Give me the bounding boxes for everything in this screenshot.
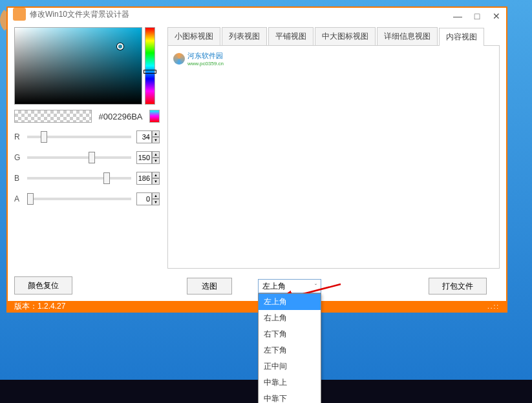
color-panel: #002296BA R ▲▼ G ▲▼ [14,27,160,294]
preview-watermark: 河东软件园 www.pc0359.cn [173,51,494,67]
dropdown-option-0[interactable]: 左上角 [259,294,321,310]
position-dropdown[interactable]: 左上角 ˇ [258,279,321,293]
app-icon [13,8,26,21]
a-spin-down[interactable]: ▼ [152,199,160,205]
g-spin-down[interactable]: ▼ [152,158,160,164]
hex-value: #002296BA [94,112,147,121]
tab-5[interactable]: 内容视图 [439,28,484,46]
resize-grip-icon[interactable]: ..:: [487,303,500,310]
a-spin-up[interactable]: ▲ [152,192,160,199]
tab-3[interactable]: 中大图标视图 [315,27,376,45]
a-label: A [14,194,22,203]
dropdown-option-3[interactable]: 左下角 [259,342,321,358]
g-input[interactable] [136,151,152,164]
hue-cursor [144,70,156,74]
b-input[interactable] [136,172,152,185]
r-input[interactable] [136,130,152,143]
version-label: 版本：1.2.4.27 [14,301,65,312]
r-spin-down[interactable]: ▼ [152,137,160,143]
minimize-button[interactable]: — [448,8,467,25]
hue-slider[interactable] [145,27,155,105]
dropdown-option-2[interactable]: 右下角 [259,326,321,342]
preview-area: 河东软件园 www.pc0359.cn [167,46,500,269]
a-input[interactable] [136,192,152,205]
dropdown-option-5[interactable]: 中靠上 [259,375,321,391]
b-label: B [14,174,22,183]
r-label: R [14,132,22,141]
dropdown-option-1[interactable]: 右上角 [259,310,321,326]
tab-4[interactable]: 详细信息视图 [377,27,438,45]
b-spin-up[interactable]: ▲ [152,172,160,178]
maximize-button[interactable]: □ [467,8,487,25]
preview-panel: 小图标视图列表视图平铺视图中大图标视图详细信息视图内容视图 河东软件园 www.… [167,27,500,294]
dropdown-option-6[interactable]: 中靠下 [259,391,321,403]
titlebar[interactable]: 修改Win10文件夹背景设计器 — □ ✕ [8,8,506,21]
b-spin-down[interactable]: ▼ [152,178,160,185]
g-spin-up[interactable]: ▲ [152,151,160,158]
g-label: G [14,153,22,162]
chevron-down-icon: ˇ [315,283,317,289]
color-reset-button[interactable]: 颜色复位 [14,276,72,294]
close-button[interactable]: ✕ [487,8,506,25]
sl-cursor [117,43,123,50]
app-window: 修改Win10文件夹背景设计器 — □ ✕ #002296BA [6,6,507,313]
tab-0[interactable]: 小图标视图 [167,27,220,45]
g-slider[interactable] [27,156,131,159]
dropdown-option-4[interactable]: 正中间 [259,358,321,375]
r-slider[interactable] [27,136,131,138]
b-slider[interactable] [27,177,131,180]
saturation-lightness-picker[interactable] [14,27,142,105]
window-title: 修改Win10文件夹背景设计器 [30,9,129,20]
pack-button[interactable]: 打包文件 [429,278,487,294]
position-dropdown-list: 左上角右上角右下角左下角正中间中靠上中靠下中靠左中靠右 [258,293,321,403]
choose-image-button[interactable]: 选图 [187,278,232,294]
tab-2[interactable]: 平铺视图 [268,27,314,45]
alpha-preview[interactable] [14,110,92,123]
status-bar: 版本：1.2.4.27 ..:: [8,301,506,312]
tab-1[interactable]: 列表视图 [222,27,267,45]
r-spin-up[interactable]: ▲ [152,130,160,137]
a-slider[interactable] [27,198,131,200]
dropdown-selected: 左上角 [262,281,286,292]
color-preview [149,110,160,123]
